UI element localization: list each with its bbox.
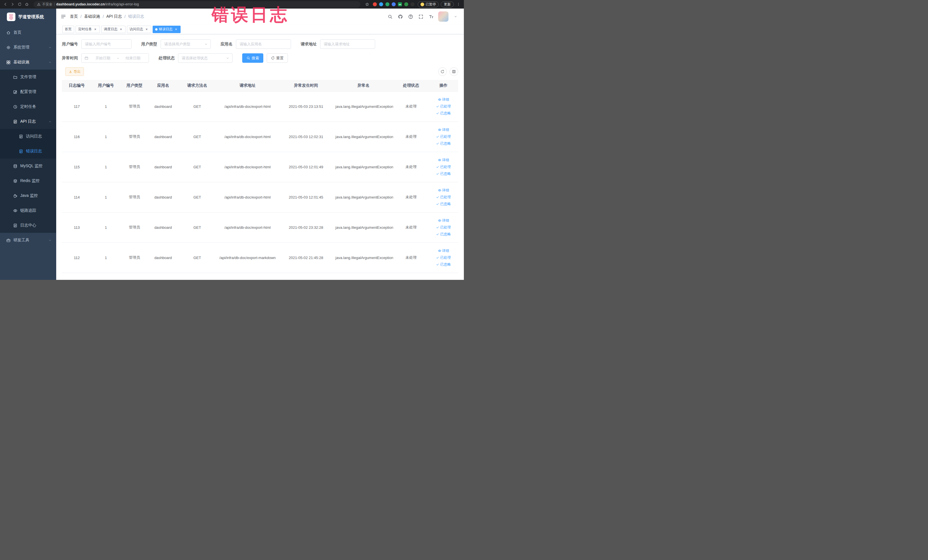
breadcrumb-item[interactable]: API 日志	[107, 14, 122, 19]
cell-exception-name: java.lang.IllegalArgumentException	[334, 182, 393, 212]
sidebar-item[interactable]: 日志中心	[0, 218, 56, 233]
cell-log-id: 116	[62, 122, 92, 152]
user-type-select[interactable]: 请选择用户类型	[160, 40, 211, 49]
sidebar-item[interactable]: 访问日志	[0, 129, 56, 144]
sidebar-item[interactable]: 定时任务	[0, 99, 56, 114]
sidebar-item[interactable]: 首页	[0, 25, 56, 40]
reset-button[interactable]: 重置	[267, 53, 288, 63]
export-button-label: 导出	[73, 69, 81, 74]
detail-link[interactable]: 详细	[438, 188, 449, 193]
column-settings-button[interactable]	[450, 67, 458, 76]
fullscreen-icon[interactable]	[418, 14, 424, 20]
processed-link[interactable]: 已处理	[436, 225, 451, 230]
tab[interactable]: 访问日志×	[127, 26, 151, 33]
app-name-input[interactable]	[236, 40, 291, 49]
forward-icon[interactable]	[10, 2, 15, 7]
detail-link[interactable]: 详细	[438, 97, 449, 102]
search-button[interactable]: 搜索	[242, 53, 263, 63]
main-area: 首页/基础设施/API 日志/错误日志 首页定时任务×调度日志×访问日志×错误日…	[56, 9, 464, 280]
update-button[interactable]: 更新	[441, 2, 454, 8]
extension-leaf[interactable]	[404, 2, 408, 6]
export-button[interactable]: 导出	[65, 67, 84, 76]
hamburger-icon[interactable]	[61, 14, 66, 19]
tab[interactable]: 调度日志×	[101, 26, 125, 33]
ignored-link[interactable]: 已忽略	[436, 232, 451, 237]
ignored-link[interactable]: 已忽略	[436, 111, 451, 116]
detail-link[interactable]: 详细	[438, 128, 449, 132]
sidebar-item[interactable]: 研发工具	[0, 233, 56, 248]
sidebar-item-label: 定时任务	[20, 104, 36, 109]
github-icon[interactable]	[397, 14, 403, 20]
address-bar[interactable]: 不安全 dashboard.yudao.iocoder.cn/infra/log…	[34, 1, 360, 8]
chevron-down-icon	[204, 43, 208, 46]
breadcrumb-item[interactable]: 首页	[70, 14, 78, 19]
cell-log-id: 114	[62, 182, 92, 212]
extension-paw[interactable]	[411, 2, 415, 6]
sidebar-item-label: 首页	[14, 30, 21, 35]
ignored-link[interactable]: 已忽略	[436, 202, 451, 206]
processed-link[interactable]: 已处理	[436, 255, 451, 260]
reload-icon[interactable]	[17, 2, 22, 7]
close-tab-icon[interactable]: ×	[119, 27, 123, 31]
reset-button-label: 重置	[276, 56, 284, 61]
processed-link[interactable]: 已处理	[436, 195, 451, 200]
sidebar-item[interactable]: 链路追踪	[0, 203, 56, 218]
detail-link[interactable]: 详细	[438, 158, 449, 163]
process-status-select[interactable]: 请选择处理状态	[178, 53, 232, 63]
submenu: 文件管理配置管理定时任务API 日志访问日志错误日志MySQL 监控Redis …	[0, 70, 56, 233]
detail-link[interactable]: 详细	[438, 249, 449, 253]
sidebar-item[interactable]: 错误日志	[0, 144, 56, 159]
caret-down-icon[interactable]	[452, 14, 459, 20]
tab[interactable]: 错误日志×	[153, 26, 180, 33]
sidebar-item[interactable]: 系统管理	[0, 40, 56, 55]
extension-on-badge[interactable]: on	[398, 2, 402, 6]
extension-green-circle[interactable]	[385, 2, 389, 6]
row-actions: 详细已处理已忽略	[430, 249, 456, 267]
user-avatar[interactable]	[438, 11, 449, 22]
filter-label: 用户类型	[141, 42, 157, 47]
sidebar-item[interactable]: MySQL 监控	[0, 159, 56, 174]
sidebar-item[interactable]: Redis 监控	[0, 174, 56, 188]
tab-label: 访问日志	[130, 27, 143, 32]
ignored-link[interactable]: 已忽略	[436, 141, 451, 146]
processed-link[interactable]: 已处理	[436, 104, 451, 109]
close-tab-icon[interactable]: ×	[145, 27, 149, 31]
row-actions: 详细已处理已忽略	[430, 128, 456, 146]
tab[interactable]: 首页	[62, 26, 74, 33]
sidebar-item[interactable]: 基础设施	[0, 55, 56, 70]
breadcrumb-item[interactable]: 基础设施	[84, 14, 100, 19]
extension-blue-drop[interactable]	[379, 2, 383, 6]
help-icon[interactable]	[408, 14, 414, 20]
browser-menu-icon[interactable]	[456, 2, 461, 7]
processed-link[interactable]: 已处理	[436, 165, 451, 169]
action-label: 详细	[442, 128, 449, 132]
header-search-icon[interactable]	[387, 14, 393, 20]
sidebar-item[interactable]: 文件管理	[0, 70, 56, 84]
sidebar-item[interactable]: Java 监控	[0, 188, 56, 203]
extension-red-circle[interactable]	[373, 2, 377, 6]
user-id-input[interactable]	[81, 40, 131, 49]
ignored-link[interactable]: 已忽略	[436, 262, 451, 267]
range-separator: -	[117, 56, 118, 60]
clock-icon	[13, 105, 17, 109]
filter-label: 异常时间	[62, 56, 78, 61]
sidebar-item[interactable]: API 日志	[0, 114, 56, 129]
request-url-input[interactable]	[320, 40, 375, 49]
refresh-list-button[interactable]	[438, 67, 447, 76]
close-tab-icon[interactable]: ×	[174, 27, 178, 31]
processed-link[interactable]: 已处理	[436, 134, 451, 139]
sidebar-item[interactable]: 配置管理	[0, 84, 56, 99]
tab[interactable]: 定时任务×	[76, 26, 100, 33]
font-size-icon[interactable]	[428, 14, 434, 20]
close-tab-icon[interactable]: ×	[93, 27, 97, 31]
detail-link[interactable]: 详细	[438, 218, 449, 223]
action-label: 详细	[442, 97, 449, 102]
logo[interactable]: 芋道管理系统	[0, 9, 56, 25]
error-time-range[interactable]: 开始日期 - 结束日期	[81, 53, 149, 63]
ignored-link[interactable]: 已忽略	[436, 171, 451, 176]
paused-chip[interactable]: 已暂停	[418, 2, 439, 8]
extension-blue-grid[interactable]	[392, 2, 396, 6]
bookmark-star-icon[interactable]	[365, 2, 370, 7]
browser-home-icon[interactable]	[24, 2, 29, 7]
back-icon[interactable]	[3, 2, 8, 7]
